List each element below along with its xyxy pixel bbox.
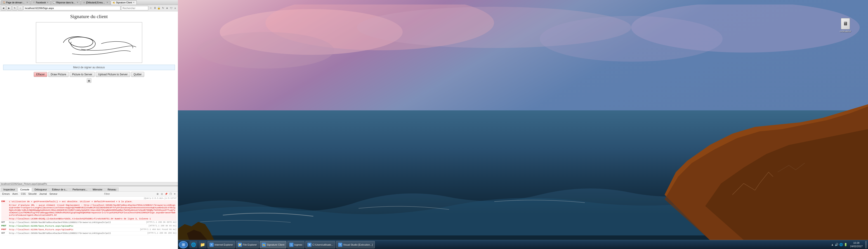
console-msg-0: L'utilisation de « getPreventDefault() »… [9,200,177,203]
forward-button[interactable]: ▶ [6,6,11,11]
devtools-toolbar-icon-4[interactable]: ✕ [173,192,177,196]
devtools-tab-2[interactable]: Débogueur [32,187,49,191]
refresh-nav-icon[interactable]: ↻ [161,6,165,10]
taskbar-clock[interactable]: 10:28 24/02/2017 [849,241,864,248]
small-btn-1[interactable]: ▤ [87,78,91,83]
taskbar-app-icon-2: ✍ [262,243,266,247]
devtools-tab-0[interactable]: Inspecteur [1,187,18,191]
devtools-toolbar-item-4[interactable]: Journal [38,192,48,195]
devtools-tab-6[interactable]: Réseau [105,187,119,191]
taskbar-pin-1[interactable]: 📁 [198,241,207,248]
devtools-toolbar-item-1[interactable]: Avert. [11,192,19,195]
tab-label-3: [Débutant] Erreur de comp... [86,1,105,4]
console-row-3: GEThttp://localhost:58500/8acB07a0boc45a… [1,221,177,224]
signature-canvas[interactable] [36,22,142,63]
devtools-tab-4[interactable]: Performanc... [70,187,90,191]
start-icon: ⊞ [182,243,185,247]
devtools-toolbar-icons: ⊞⊡📌❐✕ [156,192,177,196]
tray-icon-battery[interactable]: 🔋 [844,243,847,246]
taskbar-app-label-5: Visual Studio [Exécution...] [343,243,373,246]
devtools-toolbar-icon-3[interactable]: ❐ [168,192,172,196]
download-icon[interactable]: ⬇ [153,6,157,10]
page-btn-4[interactable]: Quitter [131,72,144,77]
browser-tab-4[interactable]: ✍Signature Client✕ [111,0,137,4]
taskbar-app-icon-4: 🖥 [307,243,311,247]
desktop-icon-ordinateur[interactable]: 🖥 ordinateur [836,18,855,33]
browser-tab-1[interactable]: fFacebook✕ [31,0,51,4]
devtools-toolbar-item-0[interactable]: Erreurs [1,192,11,195]
devtools-toolbar-icon-2[interactable]: 📌 [164,192,168,196]
heart-icon[interactable]: ♥ [165,6,169,10]
console-row-0: ERRL'utilisation de « getPreventDefault(… [1,200,177,204]
nav-bar: ◀ ▶ ↻ ⌂ ☆ ⬇ 🔒 ↻ ♥ 🛡 ≡ [0,5,178,11]
console-type-4: POST [1,225,8,227]
shield-icon[interactable]: 🛡 [169,6,173,10]
console-row-4: POSThttp://localhost:62206/Save_Picture.… [1,224,177,228]
tab-close-1[interactable]: ✕ [47,1,49,4]
page-btn-2[interactable]: Picture to Server [70,72,95,77]
tab-label-0: Page de démarrage de M... [6,1,26,4]
desktop-icon-image: 🖥 [841,18,850,29]
devtools-tab-5[interactable]: Mémoire [90,187,105,191]
taskbar-pin-0[interactable]: 🌐 [189,241,197,248]
devtools-toolbar-icon-0[interactable]: ⊞ [156,192,159,196]
taskbar-pin-icon-0: 🌐 [191,242,196,247]
system-tray: ▲ 🔊 🌐 🔋 [831,243,847,246]
devtools-tab-1[interactable]: Console [18,187,32,192]
browser-tab-3[interactable]: ⚠[Débutant] Erreur de comp...✕ [81,0,110,4]
tab-close-3[interactable]: ✕ [106,1,108,4]
page-btn-0[interactable]: Effacer [34,72,47,77]
clock-time: 10:28 [850,241,863,245]
taskbar-app-icon-5: V [338,243,342,247]
console-msg-3: http://localhost:58500/8acB07a0boc45acbe… [9,221,144,224]
taskbar-app-5[interactable]: VVisual Studio [Exécution...] [336,241,375,248]
taskbar-app-2[interactable]: ✍Signature Client [260,241,286,248]
browser-tab-0[interactable]: 🏠Page de démarrage de M...✕ [1,0,30,4]
address-bar[interactable] [24,6,121,10]
tab-close-2[interactable]: ✕ [76,1,79,4]
console-status-6: [HTTP/1.1 200 OK 200 ms] [147,232,177,234]
taskbar-app-label-3: logmec [294,243,302,246]
desktop-background: 🖥 ordinateur [178,0,868,249]
tab-close-4[interactable]: ✕ [133,1,135,4]
console-msg-5: http://localhost:62206/Save_Picture.aspx… [9,228,138,231]
show-desktop-button[interactable] [865,241,867,248]
console-type-0: ERR [1,200,8,203]
desktop-icon-label: ordinateur [840,30,851,33]
taskbar-app-1[interactable]: 📁File Explorer [236,241,259,248]
devtools-tab-3[interactable]: Éditeur de s... [50,187,70,191]
devtools-toolbar-item-2[interactable]: CSS [20,192,27,195]
back-button[interactable]: ◀ [1,6,6,11]
console-type-6: GET [1,232,8,234]
browser-tab-2[interactable]: 💬Réponse dans la discussion...✕ [51,0,81,4]
console-msg-6: http://localhost:58500/8acB07a0boc45acbe… [9,232,145,235]
lock-icon[interactable]: 🔒 [157,6,161,10]
search-input[interactable] [121,6,148,10]
taskbar-apps: 🌐📁eInternet Explorer📁File Explorer✍Signa… [189,241,375,248]
refresh-button[interactable]: ↻ [12,6,17,11]
tab-close-0[interactable]: ✕ [26,1,28,4]
menu-icon[interactable]: ≡ [174,6,177,10]
devtools-toolbar-icon-1[interactable]: ⊡ [160,192,164,196]
taskbar-app-4[interactable]: 🖥C:\Users\utilisate... [305,241,335,248]
page-content: Signature du client Merci de signer au d… [0,11,178,182]
home-button[interactable]: ⌂ [18,6,23,11]
browser-panel: 🏠Page de démarrage de M...✕fFacebook✕💬Ré… [0,0,178,249]
devtools-toolbar-item-3[interactable]: Sécurité [27,192,37,195]
tray-icon-volume[interactable]: 🔊 [835,243,838,246]
star-icon[interactable]: ☆ [149,6,153,10]
page-btn-3[interactable]: Upload Picture to Server [96,72,130,77]
console-status-4: [HTTP/1.1 200 OK 66 ms] [149,225,177,227]
console-status-3: [HTTP/1.1 200 OK 8870 ms] [146,221,177,223]
taskbar: ⊞ 🌐📁eInternet Explorer📁File Explorer✍Sig… [178,240,868,249]
tray-icon-network[interactable]: 🌐 [839,243,843,246]
taskbar-app-3[interactable]: Llogmec [287,241,304,248]
console-row-6: GEThttp://localhost:58500/8acB07a0boc45a… [1,231,177,235]
tray-icon-expand[interactable]: ▲ [831,243,834,246]
taskbar-app-0[interactable]: eInternet Explorer [208,241,235,248]
action-buttons: EffacerDraw PicturePicture to ServerUplo… [34,72,144,77]
devtools-filter[interactable]: Filtrer [103,192,112,195]
page-btn-1[interactable]: Draw Picture [48,72,69,77]
start-button[interactable]: ⊞ [179,241,188,248]
devtools-toolbar-item-5[interactable]: Serveur [49,192,58,195]
